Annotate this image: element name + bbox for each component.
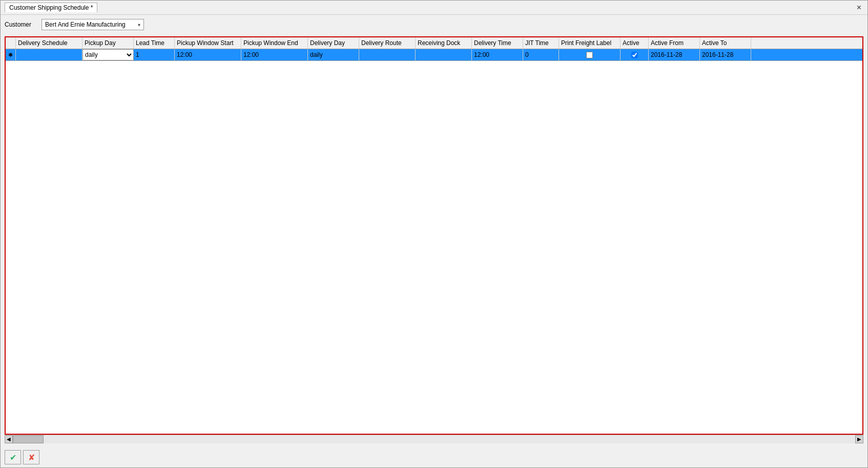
scrollbar-track[interactable] [13,435,855,443]
active-from-value: 2016-11-28 [651,51,682,58]
cell-active-to[interactable]: 2016-11-28 [700,49,751,60]
pickup-window-end-value: 12:00 [243,51,259,58]
scroll-right-icon: ▶ [857,436,861,442]
customer-dropdown-value: Bert And Ernie Manufacturing [45,21,126,28]
delivery-time-value: 12:00 [474,51,489,58]
confirm-button[interactable]: ✔ [5,450,21,464]
header-delivery-schedule: Delivery Schedule [16,37,82,49]
cell-active[interactable] [621,49,649,60]
header-jit-time: JIT Time [523,37,559,49]
header-delivery-route: Delivery Route [359,37,416,49]
header-pickup-day: Pickup Day [82,37,134,49]
select-pickup-day[interactable]: daily monday tuesday wednesday thursday … [83,50,133,60]
active-to-value: 2016-11-28 [702,51,733,58]
bottom-toolbar: ✔ ✘ [1,447,867,467]
customer-dropdown[interactable]: Bert And Ernie Manufacturing ▾ [42,19,144,30]
scrollbar-thumb[interactable] [13,435,44,443]
row-indicator: ✱ [6,49,16,60]
horizontal-scrollbar[interactable]: ◀ ▶ [5,435,863,443]
cell-lead-time[interactable]: 1 [134,49,175,60]
cell-pickup-window-end[interactable]: 12:00 [241,49,308,60]
grid-body: ✱ daily monday tuesday wednesday thurs [6,49,862,434]
input-delivery-schedule[interactable] [18,50,80,59]
table-row: ✱ daily monday tuesday wednesday thurs [6,49,862,61]
checkbox-print-freight-label[interactable] [586,52,593,58]
header-pickup-window-end: Pickup Window End [241,37,308,49]
header-active-from: Active From [649,37,700,49]
grid-container: Delivery Schedule Pickup Day Lead Time P… [5,36,863,435]
title-bar-left: Customer Shipping Schedule * [5,3,97,12]
cell-pickup-day[interactable]: daily monday tuesday wednesday thursday … [82,49,134,60]
header-delivery-day: Delivery Day [308,37,359,49]
cell-delivery-schedule[interactable] [16,49,82,60]
header-delivery-time: Delivery Time [472,37,523,49]
cell-jit-time[interactable]: 0 [523,49,559,60]
customer-label: Customer [5,21,35,28]
header-pickup-window-start: Pickup Window Start [175,37,241,49]
main-window: Customer Shipping Schedule * × Customer … [0,0,868,468]
header-print-freight-label: Print Freight Label [559,37,621,49]
window-title: Customer Shipping Schedule * [9,4,93,11]
cell-delivery-time[interactable]: 12:00 [472,49,523,60]
jit-time-value: 0 [525,51,529,58]
grid-header: Delivery Schedule Pickup Day Lead Time P… [6,37,862,49]
title-bar: Customer Shipping Schedule * × [1,1,867,15]
cell-delivery-route[interactable] [359,49,416,60]
cell-delivery-day[interactable]: daily [308,49,359,60]
cell-active-from[interactable]: 2016-11-28 [649,49,700,60]
header-lead-time: Lead Time [134,37,175,49]
scroll-right-button[interactable]: ▶ [855,435,863,443]
cell-print-freight-label[interactable] [559,49,621,60]
cell-receiving-dock[interactable] [416,49,472,60]
pickup-window-start-value: 12:00 [177,51,192,58]
header-active: Active [621,37,649,49]
delivery-day-value: daily [310,51,323,58]
scroll-left-icon: ◀ [7,436,11,442]
cell-pickup-window-start[interactable]: 12:00 [175,49,241,60]
lead-time-value: 1 [136,51,139,58]
new-row-star-icon: ✱ [8,52,13,58]
header-receiving-dock: Receiving Dock [416,37,472,49]
customer-dropdown-arrow-icon: ▾ [138,22,140,28]
cancel-button[interactable]: ✘ [23,450,39,464]
checkbox-active[interactable] [631,52,638,58]
content-area: Customer Bert And Ernie Manufacturing ▾ … [1,15,867,447]
title-tab: Customer Shipping Schedule * [5,3,97,12]
customer-row: Customer Bert And Ernie Manufacturing ▾ [5,19,863,30]
header-active-to: Active To [700,37,751,49]
header-indicator [6,37,16,49]
window-close-button[interactable]: × [855,3,863,12]
scroll-left-button[interactable]: ◀ [5,435,13,443]
